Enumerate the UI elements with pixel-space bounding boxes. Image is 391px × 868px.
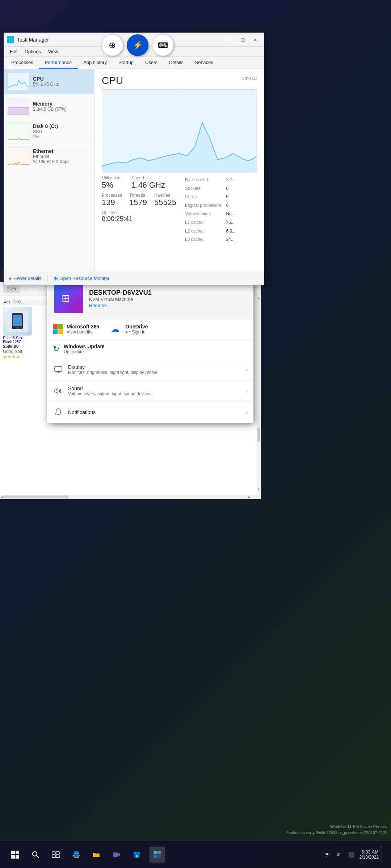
product-area: Ads · SHO... Pixel 6 Sto... Black 128G..… [3,299,50,359]
svg-rect-28 [55,366,62,371]
scroll-down-arrow[interactable]: ▼ [257,486,260,492]
explorer-button[interactable] [88,847,104,863]
tab-processes[interactable]: Processes [5,57,39,69]
sidebar-item-disk[interactable]: Disk 0 (C:) SSD 1% [4,119,94,144]
scroll-up-arrow[interactable]: ▲ [257,295,260,301]
sidebar-item-cpu[interactable]: CPU 5% 1.46 GHz [4,69,94,94]
svg-rect-6 [8,108,29,115]
system-clock[interactable]: 6:33 AM 2/13/2022 [360,849,379,860]
svg-marker-51 [337,853,339,856]
show-desktop-button[interactable] [382,847,384,863]
cores-value: 6 [226,193,236,201]
onedrive-name: OneDrive [125,324,148,329]
svg-rect-8 [8,123,29,140]
svg-point-21 [17,327,18,328]
l2cache-label: L2 cache: [185,227,225,235]
h-scrollbar-thumb[interactable] [4,495,69,498]
horizontal-scrollbar[interactable]: ▶ ◀ [0,495,258,499]
taskmanager-taskbar-button[interactable] [149,847,165,863]
cpu-header: CPU virt-6.0 [102,75,257,86]
start-button[interactable] [7,847,23,863]
onedrive-sub: ● • Sign In [125,329,148,335]
product-subtitle: Black 128G... [3,340,50,344]
taskmanager-icon [7,36,14,43]
svg-rect-47 [154,851,157,854]
svg-rect-34 [11,855,15,859]
sound-info: Sound Volume levels, output, input, soun… [68,386,246,396]
h-scroll-right[interactable]: ▶ [248,495,251,499]
settings-services-row: Microsoft 365 View benefits ☁ OneDrive ●… [47,319,253,339]
search-button[interactable] [28,847,43,863]
browser-tab[interactable]: G pix [3,285,20,293]
memory-mini-graph [8,98,29,115]
cpu-stats-right: Base speed:2.7... Sockets:6 Cores:6 Logi… [184,175,257,244]
sound-chevron: › [246,388,248,394]
sidebar-item-ethernet[interactable]: Ethernet Ethernet S: 136 R: 8.0 Kbps [4,144,94,169]
build-line1: Windows 11 Pro Insider Preview [286,824,387,830]
maximize-button[interactable]: □ [237,35,249,45]
scrollbar-thumb[interactable] [257,427,260,442]
tab-services[interactable]: Services [189,57,219,69]
settings-panel: ⊞ DESKTOP-D6V2VU1 KVM Virtual Machine Re… [47,278,253,423]
uptime-section: Up time 0:00:25:41 [102,210,177,223]
virtualization-value: No... [226,210,236,218]
options-menu[interactable]: Options [21,47,45,56]
fewer-details-button[interactable]: ∧ Fewer details [8,276,41,281]
svg-rect-24 [53,324,58,329]
svg-rect-2 [8,40,10,42]
microsoft365-info: Microsoft 365 View benefits [67,324,99,335]
view-menu[interactable]: View [45,47,62,56]
store-button[interactable] [129,847,145,863]
onedrive-dot: ● [125,329,128,335]
svg-rect-38 [52,852,55,854]
display-link[interactable]: Display Monitors, brightness, night ligh… [47,359,253,380]
tab-bar: Processes Performance App history Startu… [4,57,264,69]
notifications-link[interactable]: Notifications › [47,402,253,423]
battery-icon[interactable]: ⬛ [346,850,357,860]
task-view-button[interactable] [48,847,64,863]
network-icon[interactable] [322,850,332,860]
tab-performance[interactable]: Performance [39,57,77,69]
scrollbar[interactable]: ▼ ▲ [257,295,260,499]
sound-link[interactable]: Sound Volume levels, output, input, soun… [47,380,253,402]
zoom-button[interactable]: ⊕ [101,34,123,56]
display-chevron: › [246,367,248,373]
close-button[interactable]: × [249,35,261,45]
meet-button[interactable] [109,847,125,863]
svg-rect-48 [157,851,161,854]
logical-proc-value: 6 [226,202,236,210]
task-manager-window: Task Manager − □ × File Options View Pro… [4,33,264,285]
windows-update-section[interactable]: ↻ Windows Update Up to date [47,339,253,359]
tab-users[interactable]: Users [139,57,163,69]
rename-link[interactable]: Rename [89,303,107,308]
open-resource-monitor-link[interactable]: ⊕ Open Resource Monitor [53,275,109,282]
product-price: $599.00 [3,344,50,349]
minimize-button[interactable]: − [225,35,236,45]
volume-icon[interactable] [334,850,344,860]
sound-name: Sound [68,386,246,391]
edge-button[interactable] [68,847,84,863]
file-menu[interactable]: File [6,47,21,56]
microsoft365-item[interactable]: Microsoft 365 View benefits [53,324,99,335]
memory-sidebar-name: Memory [33,101,91,107]
keyboard-button[interactable]: ⌨ [152,34,174,56]
tab-details[interactable]: Details [163,57,189,69]
svg-rect-33 [16,851,19,854]
tab-apphistory[interactable]: App history [77,57,113,69]
forward-button[interactable]: → [33,284,43,294]
svg-rect-32 [11,851,15,854]
microsoft365-name: Microsoft 365 [67,324,99,329]
windows-update-name: Windows Update [64,344,105,349]
h-scroll-left[interactable]: ◀ [0,495,4,499]
svg-rect-43 [113,852,118,857]
cpu-subtitle: virt-6.0 [242,75,257,81]
onedrive-item[interactable]: ☁ OneDrive ● • Sign In [111,324,148,335]
microsoft365-sub: View benefits [67,329,99,335]
sidebar-item-memory[interactable]: Memory 2.3/4.0 GB (57%) [4,94,94,119]
back-button[interactable]: ← [21,284,31,294]
remote-button[interactable]: ⚡ [127,34,148,56]
svg-rect-50 [157,855,161,858]
tab-startup[interactable]: Startup [113,57,139,69]
cpu-stats-row: Utilization 5% Speed 1.46 GHz Processes … [102,175,257,244]
disk-mini-graph [8,123,29,140]
